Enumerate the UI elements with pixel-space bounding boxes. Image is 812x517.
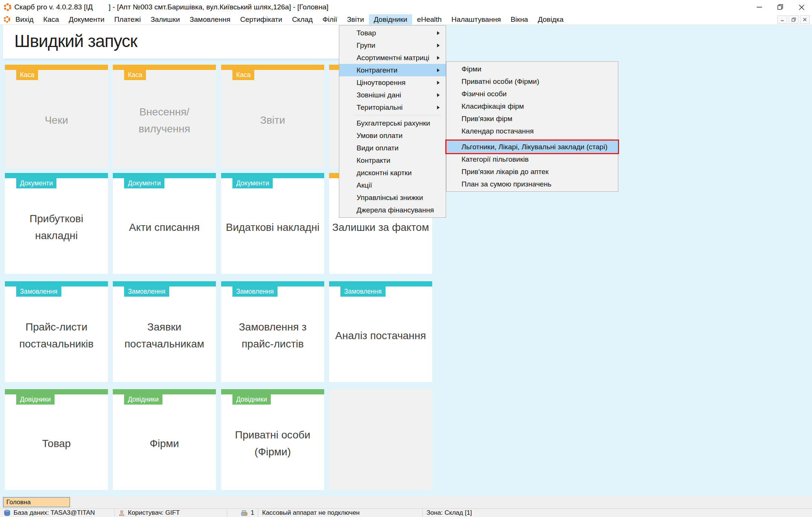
tile-topbar [221,281,324,287]
tab-holovna[interactable]: Головна [3,497,70,507]
submenu-item-pryviazky-firm[interactable]: Прив'язки фірм [446,112,618,125]
dropdown-item-label: Асортиментні матриці [357,54,429,62]
submenu-item-plan-za-sumoiu-pryznachen[interactable]: План за сумою призначень [446,178,618,190]
dropdown-item-bukhhalterski-rakhunky[interactable]: Бухгалтерські рахунки [339,117,446,129]
tile-vydatkovi-nakladni[interactable]: Документи Видаткові накладні [221,173,324,274]
tile-zaiavky-postachalnykam[interactable]: Замовлення Заявки постачальникам [113,281,216,382]
dropdown-item-label: Контрагенти [357,66,398,74]
dropdown-item-upravlinski-znyzhky[interactable]: Управлінські знижки [339,191,446,204]
dropdown-item-dyskontni-kartky[interactable]: дисконтні картки [339,167,446,179]
dropdown-item-hrupy[interactable]: Групи [339,39,446,52]
submenu-item-klasyfikatsiia-firm[interactable]: Класифікація фірм [446,100,618,112]
submenu-item-fizychni-osoby[interactable]: Фізичні особи [446,88,618,100]
tile-topbar [221,173,324,178]
status-register-status-text: Кассовый аппарат не подключен [262,509,360,517]
window-restore-button[interactable] [770,0,791,14]
tile-topbar [113,173,216,178]
dropdown-item-tovar[interactable]: Товар [339,27,446,39]
submenu-item-pryvatni-osoby-firmy[interactable]: Приватні особи (Фірми) [446,75,618,88]
tile-category-badge: Каса [232,70,254,80]
tile-pryvatni-osoby-firmy[interactable]: Довідники Приватні особи (Фірми) [221,389,324,490]
menu-item-kasa[interactable]: Каса [38,14,64,25]
status-zone-text: Зона: Склад [1] [426,509,472,517]
tile-firmy[interactable]: Довідники Фірми [113,389,216,490]
dropdown-item-label: Контракти [357,156,390,165]
menu-item-zvity[interactable]: Звіти [342,14,369,25]
menu-item-filii[interactable]: Філії [317,14,342,25]
minimize-icon [780,17,785,22]
tile-tovar[interactable]: Довідники Товар [5,389,108,490]
submenu-item-lhotnyky-likari-likuvalni-zaklady[interactable]: Льготники, Лікарі, Лікувальні заклади (с… [446,141,618,153]
tile-label: Прайс-листи постачальників [8,297,105,374]
dropdown-item-terytorialni[interactable]: Територіальні [339,101,446,114]
tile-cheky[interactable]: Каса Чеки [5,65,108,168]
dropdown-item-label: Джерела фінансування [357,206,434,214]
dropdown-item-aktsii[interactable]: Акції [339,179,446,191]
menu-item-sertyfikaty[interactable]: Сертифікати [235,14,287,25]
tile-topbar [221,65,324,70]
tile-topbar [5,65,108,70]
dropdown-item-label: Управлінські знижки [357,194,423,202]
tile-label: Звіти [224,80,321,161]
menu-item-zalyshky[interactable]: Залишки [146,14,185,25]
dropdown-item-label: Види оплати [357,144,399,152]
menu-separator [339,114,446,117]
dropdown-item-kontrahenty[interactable]: Контрагенти [339,64,446,76]
dovidnyky-dropdown-menu: Товар Групи Асортиментні матриці Контраг… [339,25,446,218]
submenu-item-kalendar-postachannia[interactable]: Календар постачання [446,125,618,137]
mdi-minimize-button[interactable] [777,15,787,24]
tile-category-badge: Каса [16,70,38,80]
menu-item-sklad[interactable]: Склад [287,14,317,25]
menu-item-dovidnyky[interactable]: Довідники [369,14,412,25]
application-window: Скарб pro v. 4.0.2.83 [ІД ] - [Апт №003 … [0,0,812,517]
menu-item-nalashtuvannia[interactable]: Налаштування [446,14,505,25]
menu-item-dovidka[interactable]: Довідка [533,14,568,25]
tile-topbar [113,281,216,287]
menu-item-vikna[interactable]: Вікна [506,14,533,25]
tile-label: Аналіз постачання [332,297,429,374]
tile-category-badge: Каса [124,70,146,80]
menu-item-vykhid[interactable]: Вихід [11,14,38,25]
title-bar: Скарб pro v. 4.0.2.83 [ІД ] - [Апт №003 … [0,0,812,14]
menu-item-ehealth[interactable]: eHealth [412,14,447,25]
tile-topbar [5,281,108,287]
tile-prais-lysty-postachalnykiv[interactable]: Замовлення Прайс-листи постачальників [5,281,108,382]
tile-prybutkovi-nakladni[interactable]: Документи Прибуткові накладні [5,173,108,274]
window-minimize-button[interactable] [749,0,770,14]
tile-vnesennia-vyluchennia[interactable]: Каса Внесення/вилучення [113,65,216,168]
dropdown-item-umovy-oplaty[interactable]: Умови оплати [339,129,446,142]
dropdown-item-zovnishni-dani[interactable]: Зовнішні дані [339,89,446,101]
submenu-item-label: План за сумою призначень [461,180,551,188]
dropdown-item-label: Бухгалтерські рахунки [357,119,430,127]
tile-zvity[interactable]: Каса Звіти [221,65,324,168]
submenu-item-katehorii-pilhovykiv[interactable]: Категорії пільговиків [446,153,618,165]
page-title: Швидкий запуск [14,31,137,51]
dropdown-item-tsinoutvorennia[interactable]: Ціноутворення [339,76,446,89]
mdi-close-button[interactable] [800,15,810,24]
mdi-window-controls [777,15,810,24]
tile-zamovlennia-z-prais-lystiv[interactable]: Замовлення Замовлення з прайс-листів [221,281,324,382]
menu-item-dokumenty[interactable]: Документи [64,14,109,25]
database-icon [4,509,11,516]
submenu-item-firmy[interactable]: Фірми [446,63,618,75]
dropdown-item-vydy-oplaty[interactable]: Види оплати [339,142,446,154]
dropdown-item-label: Зовнішні дані [357,91,401,99]
tile-analiz-postachannia[interactable]: Замовлення Аналіз постачання [329,281,432,382]
tile-label: Товар [8,405,105,482]
dropdown-item-kontrakty[interactable]: Контракти [339,154,446,167]
dropdown-item-label: Групи [357,41,375,50]
status-register-count: 1 [251,509,254,517]
tile-akty-spysannia[interactable]: Документи Акти списання [113,173,216,274]
dropdown-item-dzherela-finansuvannia[interactable]: Джерела фінансування [339,204,446,216]
menu-item-platezhi[interactable]: Платежі [109,14,146,25]
submenu-item-label: Льготники, Лікарі, Лікувальні заклади (с… [461,143,607,151]
submenu-arrow-icon [437,93,440,97]
menu-item-zamovlennia[interactable]: Замовлення [185,14,235,25]
minimize-icon [756,4,763,11]
submenu-item-pryviazky-likariv-do-aptek[interactable]: Прив'язки лікарів до аптек [446,165,618,178]
submenu-arrow-icon [437,31,440,35]
mdi-restore-button[interactable] [789,15,798,24]
submenu-item-label: Фізичні особи [461,90,507,98]
window-close-button[interactable] [791,0,812,14]
dropdown-item-asortymentni-matrytsi[interactable]: Асортиментні матриці [339,52,446,64]
